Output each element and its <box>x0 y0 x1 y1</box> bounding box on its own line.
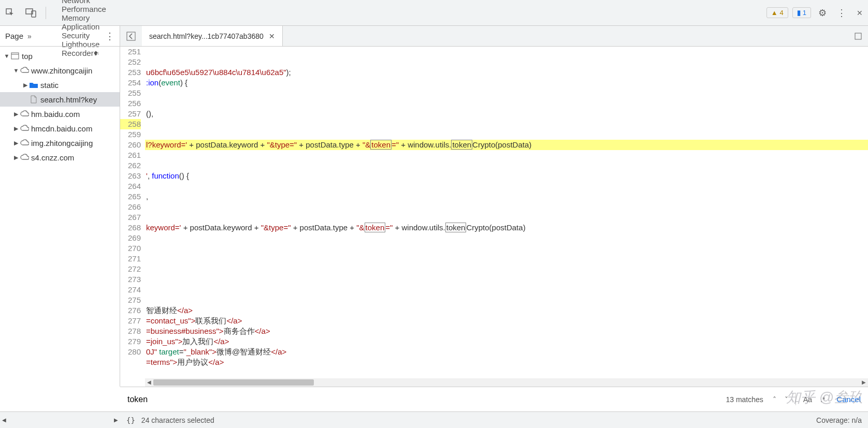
pretty-print-icon[interactable]: {} <box>120 416 141 424</box>
code-line[interactable]: =contact_us">联系我们</a> <box>145 316 868 326</box>
code-content[interactable]: u6bcf\u65e5\u5927\u884c\u7814\u62a5");:i… <box>145 47 868 387</box>
info-count: 1 <box>803 9 806 17</box>
tree-item[interactable]: ▶hmcdn.baidu.com <box>0 121 120 136</box>
horizontal-scrollbar[interactable]: ◀ ▶ <box>145 378 868 387</box>
divider <box>46 7 46 19</box>
selection-status: 24 characters selected <box>141 416 214 424</box>
code-line[interactable]: :ion(event) { <box>145 78 868 88</box>
code-line[interactable]: =terms">用户协议</a> <box>145 357 868 367</box>
code-line[interactable] <box>145 295 868 305</box>
match-case-button[interactable]: Aa <box>799 395 816 404</box>
code-line[interactable] <box>145 150 868 160</box>
code-line[interactable]: l?keyword=' + postData.keyword + "&type=… <box>145 140 868 150</box>
warnings-badge[interactable]: ▲ 4 <box>766 7 788 18</box>
tree-item[interactable]: ▶img.zhitongcaijing <box>0 136 120 150</box>
svg-rect-4 <box>127 32 135 40</box>
tree-item[interactable]: ▶s4.cnzz.com <box>0 150 120 165</box>
tree-item[interactable]: search.html?key <box>0 92 120 107</box>
line-gutter: 2512522532542552562572582592602612622632… <box>120 47 145 387</box>
code-line[interactable]: 智通财经</a> <box>145 305 868 316</box>
settings-icon[interactable]: ⚙ <box>813 7 832 19</box>
code-line[interactable] <box>145 254 868 264</box>
search-prev-icon[interactable]: ˄ <box>769 395 780 404</box>
code-line[interactable]: (), <box>145 109 868 119</box>
code-line[interactable] <box>145 88 868 98</box>
warning-icon: ▲ <box>771 9 778 17</box>
sidebar-scrollbar[interactable]: ◀▶ <box>0 412 120 428</box>
tree-item[interactable]: ▶hm.baidu.com <box>0 107 120 121</box>
inspect-icon[interactable] <box>0 0 21 25</box>
code-line[interactable]: keyword=' + postData.keyword + "&type=" … <box>145 223 868 233</box>
code-line[interactable] <box>145 274 868 285</box>
close-icon[interactable]: ✕ <box>269 32 275 40</box>
coverage-status: Coverage: n/a <box>810 416 868 424</box>
tree-item[interactable]: ▼top <box>0 49 120 63</box>
code-line[interactable] <box>145 243 868 254</box>
tree-item[interactable]: ▼www.zhitongcaijin <box>0 63 120 78</box>
regex-button[interactable]: .* <box>816 395 829 404</box>
nav-back-icon[interactable] <box>120 32 142 41</box>
tab-performance[interactable]: Performance <box>50 5 118 13</box>
code-line[interactable] <box>145 367 868 378</box>
search-next-icon[interactable]: ˅ <box>780 395 792 404</box>
tab-memory[interactable]: Memory <box>50 13 118 22</box>
main-body: Page » ⋮ ▼top▼www.zhitongcaijin▶staticse… <box>0 26 868 387</box>
devtools-tabs: ElementsConsoleSourcesNetworkPerformance… <box>0 0 868 26</box>
warning-count: 4 <box>780 9 784 17</box>
svg-rect-2 <box>11 53 19 59</box>
sidebar-header: Page » ⋮ <box>0 26 120 47</box>
code-line[interactable] <box>145 119 868 129</box>
search-match-count: 13 matches <box>720 395 768 404</box>
tab-network[interactable]: Network <box>50 0 118 5</box>
file-tab-label: search.html?key...1cb77407ab3680 <box>149 32 264 40</box>
tree-item[interactable]: ▶static <box>0 78 120 92</box>
code-line[interactable]: =join_us">加入我们</a> <box>145 336 868 347</box>
status-bar: ◀▶ {} 24 characters selected Coverage: n… <box>0 411 868 428</box>
scroll-right-icon[interactable]: ▶ <box>860 377 868 387</box>
code-line[interactable] <box>145 98 868 109</box>
scroll-left-icon[interactable]: ◀ <box>145 377 153 387</box>
search-input[interactable] <box>120 387 720 411</box>
code-line[interactable] <box>145 264 868 274</box>
scrollbar-thumb[interactable] <box>153 379 314 386</box>
code-line[interactable] <box>145 202 868 212</box>
code-area: 2512522532542552562572582592602612622632… <box>120 47 868 387</box>
close-devtools-icon[interactable]: ✕ <box>851 9 868 17</box>
code-line[interactable]: ', function() { <box>145 171 868 181</box>
info-icon: ▮ <box>797 9 801 17</box>
code-line[interactable]: , <box>145 191 868 202</box>
search-bar: 13 matches ˄ ˅ Aa .* Cancel <box>120 387 868 411</box>
sidebar: Page » ⋮ ▼top▼www.zhitongcaijin▶staticse… <box>0 26 120 387</box>
device-toggle-icon[interactable] <box>21 0 41 25</box>
code-line[interactable]: u6bcf\u65e5\u5927\u884c\u7814\u62a5"); <box>145 67 868 78</box>
chevron-right-icon[interactable]: » <box>27 32 32 40</box>
editor: search.html?key...1cb77407ab3680 ✕ 25125… <box>120 26 868 387</box>
info-badge[interactable]: ▮ 1 <box>792 7 811 18</box>
file-tree: ▼top▼www.zhitongcaijin▶staticsearch.html… <box>0 47 120 387</box>
sidebar-title[interactable]: Page <box>5 32 23 40</box>
code-line[interactable] <box>145 212 868 223</box>
code-line[interactable] <box>145 181 868 191</box>
cancel-button[interactable]: Cancel <box>829 395 868 404</box>
code-line[interactable]: =business#business">商务合作</a> <box>145 326 868 336</box>
code-line[interactable] <box>145 129 868 140</box>
code-line[interactable] <box>145 160 868 171</box>
file-tabs: search.html?key...1cb77407ab3680 ✕ <box>120 26 868 47</box>
code-line[interactable] <box>145 285 868 295</box>
file-tab[interactable]: search.html?key...1cb77407ab3680 ✕ <box>142 26 283 46</box>
sidebar-more-icon[interactable]: ⋮ <box>105 31 114 42</box>
more-icon[interactable]: ⋮ <box>832 7 851 19</box>
code-line[interactable] <box>145 233 868 243</box>
code-line[interactable]: 0J" target="_blank">微博@智通财经</a> <box>145 347 868 357</box>
maximize-icon[interactable] <box>848 33 868 40</box>
svg-rect-5 <box>855 33 861 39</box>
